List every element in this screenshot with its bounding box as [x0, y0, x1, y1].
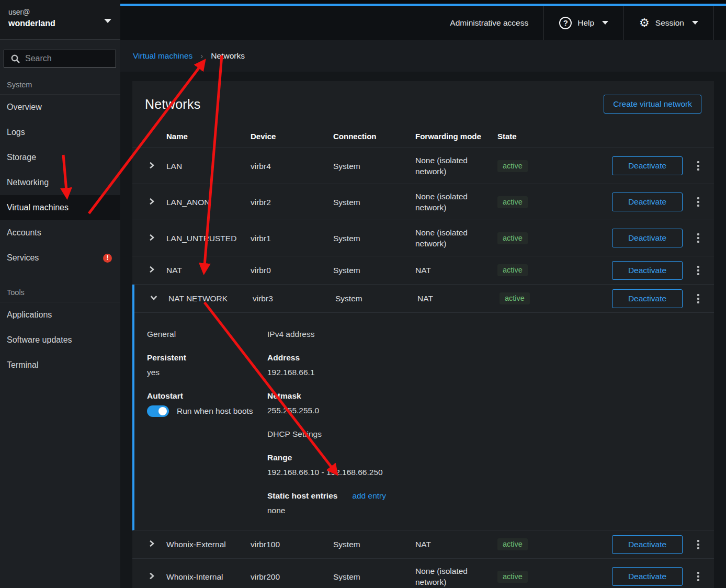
expand-row-button[interactable] [149, 293, 159, 304]
network-connection: System [335, 286, 417, 311]
search-wrap [4, 50, 116, 67]
add-entry-link[interactable]: add entry [352, 491, 386, 501]
help-menu[interactable]: ? Help [543, 6, 623, 40]
table-row: Whonix-Internal virbr200 System None (is… [132, 559, 714, 588]
nav-section-system: System Overview Logs Storage Networking … [0, 81, 120, 270]
network-device: virbr1 [251, 226, 333, 251]
help-label: Help [577, 18, 594, 28]
address-label: Address [267, 353, 701, 363]
network-name: Whonix-Internal [166, 564, 251, 588]
deactivate-button[interactable]: Deactivate [612, 193, 683, 211]
exclamation-badge-icon: ! [103, 254, 112, 263]
chevron-right-icon: › [200, 51, 203, 60]
deactivate-button[interactable]: Deactivate [612, 289, 683, 308]
sidebar-item-virtual-machines[interactable]: Virtual machines [0, 195, 120, 220]
breadcrumb-link-virtual-machines[interactable]: Virtual machines [133, 51, 192, 61]
expand-row-button[interactable] [146, 233, 157, 243]
details-ipv4-column: IPv4 address Address 192.168.66.1 Netmas… [267, 329, 701, 515]
kebab-menu-icon[interactable] [695, 231, 701, 245]
expand-row-button[interactable] [146, 161, 157, 171]
host-name: wonderland [8, 19, 112, 28]
table-body: LAN virbr4 System None (isolated network… [132, 148, 714, 588]
autostart-text: Run when host boots [177, 406, 253, 416]
range-label: Range [267, 453, 701, 462]
kebab-menu-icon[interactable] [695, 159, 701, 173]
dhcp-title: DHCP Settings [267, 429, 701, 439]
deactivate-button[interactable]: Deactivate [612, 156, 683, 175]
details-general-column: General Persistent yes Autostart Run whe… [147, 329, 267, 515]
breadcrumb: Virtual machines › Networks [120, 40, 726, 72]
masthead-end-divider [713, 6, 726, 40]
main-area: Administrative access ? Help ⚙ Session V… [120, 0, 726, 588]
sidebar-item-networking[interactable]: Networking [0, 170, 120, 195]
column-header-connection: Connection [333, 132, 415, 141]
breadcrumb-current: Networks [211, 51, 245, 61]
administrative-access-label: Administrative access [450, 18, 528, 28]
deactivate-button[interactable]: Deactivate [612, 229, 683, 247]
kebab-menu-icon[interactable] [695, 292, 701, 306]
user-menu[interactable]: user@ wonderland [0, 0, 120, 40]
deactivate-button[interactable]: Deactivate [612, 535, 683, 554]
status-badge: active [497, 160, 528, 172]
session-menu[interactable]: ⚙ Session [623, 6, 713, 40]
expand-row-button[interactable] [146, 539, 157, 550]
network-name: LAN_ANON [166, 190, 251, 214]
persistent-value: yes [147, 367, 267, 377]
network-forwarding-mode: None (isolated network) [415, 148, 497, 184]
table-row: LAN_UNTRUSTED virbr1 System None (isolat… [132, 220, 714, 256]
search-input[interactable] [4, 50, 116, 67]
sidebar-item-logs[interactable]: Logs [0, 120, 120, 145]
kebab-menu-icon[interactable] [695, 195, 701, 209]
expand-row-button[interactable] [146, 571, 157, 582]
sidebar-item-services[interactable]: Services ! [0, 245, 120, 270]
network-connection: System [333, 154, 415, 178]
address-value: 192.168.66.1 [267, 367, 701, 377]
network-connection: System [333, 190, 415, 214]
sidebar-item-accounts[interactable]: Accounts [0, 220, 120, 245]
table-row: LAN_ANON virbr2 System None (isolated ne… [132, 184, 714, 220]
table-header-row: Name Device Connection Forwarding mode S… [132, 125, 714, 148]
kebab-menu-icon[interactable] [695, 570, 701, 583]
masthead: Administrative access ? Help ⚙ Session [120, 0, 726, 40]
user-name: user@ [8, 8, 112, 16]
sidebar-item-software-updates[interactable]: Software updates [0, 327, 120, 353]
network-forwarding-mode: None (isolated network) [415, 559, 497, 588]
column-header-name: Name [166, 132, 251, 141]
network-device: virbr200 [251, 564, 333, 588]
administrative-access-button[interactable]: Administrative access [435, 6, 543, 40]
network-device: virbr3 [253, 286, 335, 311]
chevron-down-icon [104, 19, 111, 23]
create-virtual-network-button[interactable]: Create virtual network [604, 95, 701, 114]
sidebar: user@ wonderland System Overview Logs St… [0, 0, 120, 588]
network-name: Whonix-External [166, 532, 251, 557]
range-value: 192.168.66.10 - 192.168.66.250 [267, 467, 701, 477]
chevron-down-icon [602, 21, 608, 25]
network-device: virbr4 [251, 154, 333, 178]
kebab-menu-icon[interactable] [695, 538, 701, 551]
network-name: NAT NETWORK [168, 286, 253, 311]
chevron-down-icon [692, 21, 698, 25]
expand-row-button[interactable] [146, 197, 157, 207]
table-row: NAT NETWORK virbr3 System NAT active Dea… [132, 285, 714, 530]
expand-row-button[interactable] [146, 265, 157, 276]
network-connection: System [333, 564, 415, 588]
kebab-menu-icon[interactable] [695, 264, 701, 277]
column-header-forwarding-mode: Forwarding mode [415, 132, 497, 141]
sidebar-item-storage[interactable]: Storage [0, 145, 120, 170]
network-name: LAN [166, 154, 251, 178]
deactivate-button[interactable]: Deactivate [612, 261, 683, 280]
sidebar-item-applications[interactable]: Applications [0, 302, 120, 327]
sidebar-item-terminal[interactable]: Terminal [0, 353, 120, 378]
persistent-label: Persistent [147, 353, 267, 363]
nav-section-title: Tools [0, 288, 120, 302]
sidebar-item-overview[interactable]: Overview [0, 95, 120, 120]
status-badge: active [497, 571, 528, 583]
network-connection: System [333, 226, 415, 251]
column-header-state: State [497, 132, 701, 141]
table-row: Whonix-External virbr100 System NAT acti… [132, 530, 714, 559]
autostart-toggle[interactable] [147, 405, 169, 417]
autostart-label: Autostart [147, 391, 267, 401]
deactivate-button[interactable]: Deactivate [612, 567, 683, 586]
static-host-entries-value: none [267, 505, 701, 515]
network-name: NAT [166, 258, 251, 282]
